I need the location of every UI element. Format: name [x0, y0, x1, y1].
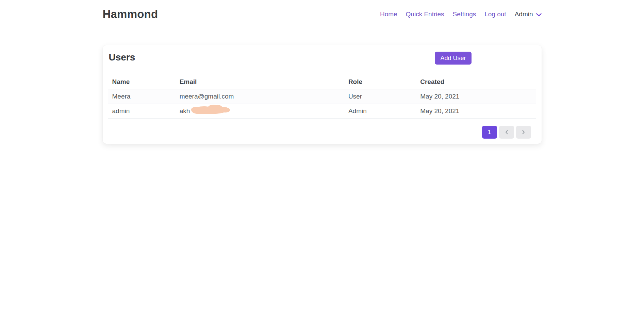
cell-email: akh: [176, 104, 344, 119]
table-row: admin akh Admin May 20, 2021: [108, 104, 536, 119]
redaction-scribble: [189, 104, 233, 115]
cell-created: May 20, 2021: [416, 104, 536, 119]
users-table: Name Email Role Created Meera meera@gmai…: [108, 75, 536, 119]
chevron-left-icon: [505, 130, 508, 135]
pagination: 1: [108, 126, 531, 139]
column-header-role: Role: [344, 75, 416, 89]
cell-role: User: [344, 89, 416, 104]
cell-created: May 20, 2021: [416, 89, 536, 104]
topbar: Hammond Home Quick Entries Settings Log …: [0, 0, 644, 29]
table-row: Meera meera@gmail.com User May 20, 2021: [108, 89, 536, 104]
nav-link-home[interactable]: Home: [380, 11, 397, 18]
cell-role: Admin: [344, 104, 416, 119]
chevron-down-icon: [536, 12, 542, 17]
table-header-row: Name Email Role Created: [108, 75, 536, 89]
pagination-page-1-button[interactable]: 1: [482, 126, 497, 139]
cell-name: admin: [108, 104, 176, 119]
pagination-next-button[interactable]: [516, 126, 531, 139]
chevron-right-icon: [522, 130, 525, 135]
column-header-created: Created: [416, 75, 536, 89]
user-menu-dropdown[interactable]: Admin: [515, 11, 542, 18]
main-nav: Home Quick Entries Settings Log out Admi…: [380, 11, 542, 18]
column-header-name: Name: [108, 75, 176, 89]
pagination-prev-button[interactable]: [499, 126, 514, 139]
users-card: Users Add User Name Email Role Created M…: [103, 45, 542, 144]
user-menu-label: Admin: [515, 11, 533, 18]
cell-email-visible-text: akh: [180, 107, 190, 115]
page-title: Users: [109, 52, 536, 63]
nav-link-logout[interactable]: Log out: [484, 11, 506, 18]
add-user-button[interactable]: Add User: [435, 52, 471, 65]
column-header-email: Email: [176, 75, 344, 89]
nav-link-settings[interactable]: Settings: [453, 11, 476, 18]
nav-link-quick-entries[interactable]: Quick Entries: [406, 11, 444, 18]
brand-logo[interactable]: Hammond: [103, 8, 158, 21]
main-content: Users Add User Name Email Role Created M…: [103, 45, 542, 144]
cell-email: meera@gmail.com: [176, 89, 344, 104]
cell-name: Meera: [108, 89, 176, 104]
